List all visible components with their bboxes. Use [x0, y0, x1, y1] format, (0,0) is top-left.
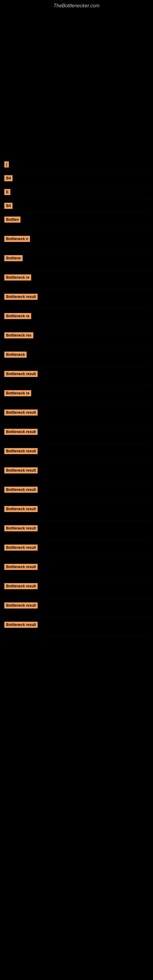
bottleneck-result-tag-6: Bottleneck result: [4, 475, 40, 480]
bottleneck-plain-label: Bottleneck: [4, 352, 27, 358]
bottleneck-result-label-7: Bottleneck result: [4, 487, 38, 493]
bottleneck-result-tag-2: Bottleneck result: [4, 378, 40, 383]
bottleneck-result-label-13: Bottleneck result: [4, 602, 38, 609]
bottleneck-result-row-2: Bottleneck result Bottleneck result: [3, 367, 150, 386]
bottleneck-result-tag-1: Bottleneck result: [4, 301, 40, 306]
bottleneck-result-tag-7: Bottleneck result: [4, 494, 40, 499]
bottleneck-result-tag-13: Bottleneck result: [4, 610, 40, 615]
bottleneck-ra-label: Bottleneck ra: [4, 313, 31, 319]
bottleneck-result-tag-9: Bottleneck result: [4, 533, 40, 538]
bottleneck-result-label-14: Bottleneck result: [4, 622, 38, 628]
bottleneck-result-row-7: Bottleneck result Bottleneck result: [3, 482, 150, 502]
bottleneck-result-row-10: Bottleneck result Bottleneck result: [3, 540, 150, 560]
bottleneck-result-tag-4: Bottleneck result: [4, 436, 40, 441]
bottleneck-result-tag-11: Bottleneck result: [4, 571, 40, 576]
bottleneck-result-row-12: Bottleneck result Bottleneck result: [3, 579, 150, 598]
bottleneck-result-tag-5: Bottleneck result: [4, 455, 40, 461]
bottleneck-result-label-10: Bottleneck result: [4, 544, 38, 550]
bottleneck-re-row-2: Bottleneck re Bottleneck result: [3, 386, 150, 405]
bottleneck-result-row-1: Bottleneck result Bottleneck result: [3, 290, 150, 309]
bottleneck-result-row-6: Bottleneck result Bottleneck result: [3, 463, 150, 482]
bottleneck-result-row-11: Bottleneck result Bottleneck result: [3, 560, 150, 579]
section-b4-second: B4: [3, 199, 150, 212]
bottleneck-result-row-9: Bottleneck result Bottleneck result: [3, 521, 150, 540]
bottleneck-result-label-1: Bottleneck result: [4, 294, 38, 300]
bottleneck-result-tag-12: Bottleneck result: [4, 590, 40, 596]
section-e: E: [3, 185, 150, 199]
bottleneck-result-label-8: Bottleneck result: [4, 506, 38, 512]
bottleneck-re-label: Bottleneck re: [4, 274, 31, 280]
bottleneck-result-label-2: Bottleneck result: [4, 371, 38, 377]
b4-first-label: B4: [4, 175, 13, 181]
bottleneck-result-label-9: Bottleneck result: [4, 525, 38, 531]
bottleneck-n-row: Bottleneck n Bottleneck result: [3, 232, 150, 251]
bottleneck-res-row: Bottleneck res Bottleneck result: [3, 328, 150, 347]
content-area: | B4 E B4 Bottlen Bottleneck result Bott…: [0, 157, 153, 637]
bottleneck-plain-result: Bottleneck result: [4, 359, 40, 364]
bottleneck-result-row-4: Bottleneck result Bottleneck result: [3, 425, 150, 444]
cursor-section: |: [3, 157, 150, 171]
bottleneck-n-label: Bottleneck n: [4, 236, 30, 242]
bottlen-row: Bottlen Bottleneck result: [3, 212, 150, 232]
bottleneck-res-label: Bottleneck res: [4, 332, 33, 339]
bottleneck-result-tag-3: Bottleneck result: [4, 417, 40, 422]
bottleneck-result-tag-14: Bottleneck result: [4, 629, 40, 634]
bottleneck-result-row-8: Bottleneck result Bottleneck result: [3, 502, 150, 521]
bottleneck-result-tag-10: Bottleneck result: [4, 552, 40, 557]
bottleneck-result-row-5: Bottleneck result Bottleneck result: [3, 444, 150, 463]
bottleneck-ra-result: Bottleneck result: [4, 320, 40, 326]
bottleneck-re-row: Bottleneck re Bottleneck result: [3, 270, 150, 290]
bottleneck-result-label-5: Bottleneck result: [4, 448, 38, 454]
bottlene-label: Bottlene: [4, 255, 22, 261]
bottleneck-result-tag-8: Bottleneck result: [4, 513, 40, 519]
bottleneck-result-row-3: Bottleneck result Bottleneck result: [3, 405, 150, 425]
bottleneck-result-label-11: Bottleneck result: [4, 564, 38, 570]
bottlen-label: Bottlen: [4, 216, 21, 223]
bottleneck-result-row-13: Bottleneck result Bottleneck result: [3, 598, 150, 617]
visualization-area: [0, 10, 153, 157]
bottleneck-result-label-4: Bottleneck result: [4, 429, 38, 435]
site-header: TheBottlenecker.com: [0, 0, 153, 10]
bottleneck-res-result: Bottleneck result: [4, 340, 40, 345]
bottleneck-re-result: Bottleneck result: [4, 282, 40, 287]
bottleneck-result-row-14: Bottleneck result Bottleneck result: [3, 617, 150, 637]
bottlene-row: Bottlene Bottleneck result: [3, 251, 150, 270]
b4-second-label: B4: [4, 203, 13, 209]
bottleneck-result-label-6: Bottleneck result: [4, 467, 38, 474]
e-label: E: [4, 189, 10, 195]
bottlen-result: Bottleneck result: [4, 224, 40, 229]
section-b4-first: B4: [3, 171, 150, 185]
bottleneck-plain-row: Bottleneck Bottleneck result: [3, 347, 150, 367]
cursor-label: |: [4, 161, 9, 167]
bottleneck-result-label-3: Bottleneck result: [4, 409, 38, 415]
bottleneck-re-label-2: Bottleneck re: [4, 390, 31, 396]
site-title: TheBottlenecker.com: [0, 0, 153, 10]
bottleneck-result-label-12: Bottleneck result: [4, 583, 38, 589]
bottleneck-re-result-2: Bottleneck result: [4, 398, 40, 403]
bottleneck-ra-row: Bottleneck ra Bottleneck result: [3, 309, 150, 328]
bottleneck-n-result: Bottleneck result: [4, 243, 40, 248]
bottlene-result: Bottleneck result: [4, 262, 40, 268]
